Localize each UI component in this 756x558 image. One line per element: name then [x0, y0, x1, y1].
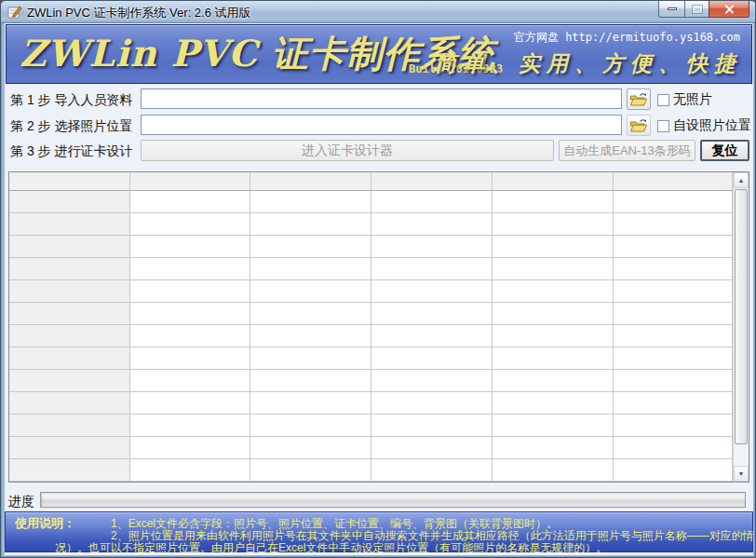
grid-header-cell[interactable]: [250, 172, 371, 191]
grid-row-header-cell[interactable]: [9, 415, 130, 437]
grid-data-cell[interactable]: [250, 258, 371, 280]
grid-data-cell[interactable]: [250, 370, 371, 392]
grid-data-cell[interactable]: [614, 370, 733, 392]
browse-personnel-button[interactable]: [627, 88, 651, 110]
grid-data-cell[interactable]: [493, 258, 614, 280]
grid-data-cell[interactable]: [371, 347, 493, 370]
grid-data-cell[interactable]: [493, 213, 614, 236]
grid-data-cell[interactable]: [371, 437, 493, 459]
grid-data-cell[interactable]: [250, 303, 371, 325]
grid-data-cell[interactable]: [371, 280, 493, 303]
grid-data-cell[interactable]: [614, 459, 733, 482]
grid-corner-cell[interactable]: [9, 172, 130, 191]
grid-data-cell[interactable]: [250, 437, 371, 459]
grid-data-cell[interactable]: [371, 392, 493, 415]
grid-data-cell[interactable]: [614, 347, 733, 370]
grid-header-cell[interactable]: [371, 172, 493, 191]
grid-data-cell[interactable]: [130, 459, 250, 482]
grid-row-header-cell[interactable]: [9, 459, 130, 482]
official-site-link[interactable]: 官方网盘 http://ermituofo.ys168.com: [514, 30, 740, 46]
grid-data-cell[interactable]: [250, 325, 371, 347]
grid-data-cell[interactable]: [371, 370, 493, 392]
close-button[interactable]: [709, 1, 749, 18]
grid-data-cell[interactable]: [493, 191, 614, 213]
grid-data-cell[interactable]: [371, 325, 493, 347]
grid-data-cell[interactable]: [614, 415, 733, 437]
vertical-scrollbar[interactable]: ▲ ▼: [733, 172, 749, 482]
grid-data-cell[interactable]: [493, 392, 614, 415]
reset-button[interactable]: 复位: [700, 140, 749, 161]
grid-data-cell[interactable]: [250, 280, 371, 303]
grid-data-cell[interactable]: [614, 392, 733, 415]
grid-row-header-cell[interactable]: [9, 236, 130, 258]
grid-data-cell[interactable]: [371, 303, 493, 325]
grid-row-header-cell[interactable]: [9, 280, 130, 303]
browse-photo-button[interactable]: [627, 115, 651, 136]
title-bar[interactable]: ZWLin PVC 证卡制作系统 Ver: 2.6 试用版: [1, 1, 756, 23]
grid-row-header-cell[interactable]: [9, 303, 130, 325]
grid-row-header-cell[interactable]: [9, 325, 130, 347]
grid-data-cell[interactable]: [493, 280, 614, 303]
scrollbar-down-button[interactable]: ▼: [734, 466, 749, 482]
grid-data-cell[interactable]: [614, 303, 733, 325]
grid-data-cell[interactable]: [493, 437, 614, 459]
grid-data-cell[interactable]: [250, 415, 371, 437]
grid-row-header-cell[interactable]: [9, 213, 130, 236]
grid-header-cell[interactable]: [130, 172, 250, 191]
grid-data-cell[interactable]: [130, 392, 250, 415]
grid-data-cell[interactable]: [250, 347, 371, 370]
grid-data-cell[interactable]: [371, 459, 493, 482]
grid-row-header-cell[interactable]: [9, 347, 130, 370]
grid-data-cell[interactable]: [130, 280, 250, 303]
grid-data-cell[interactable]: [130, 347, 250, 370]
grid-data-cell[interactable]: [614, 213, 733, 236]
grid-data-cell[interactable]: [130, 303, 250, 325]
grid-data-cell[interactable]: [130, 258, 250, 280]
grid-data-cell[interactable]: [250, 213, 371, 236]
grid-row-header-cell[interactable]: [9, 258, 130, 280]
grid-data-cell[interactable]: [250, 459, 371, 482]
grid-data-cell[interactable]: [493, 415, 614, 437]
grid-data-cell[interactable]: [614, 280, 733, 303]
grid-data-cell[interactable]: [371, 236, 493, 258]
minimize-button[interactable]: [658, 1, 685, 18]
grid-data-cell[interactable]: [614, 325, 733, 347]
personnel-file-input[interactable]: [141, 88, 622, 109]
grid-data-cell[interactable]: [250, 191, 371, 213]
open-designer-button[interactable]: 进入证卡设计器: [141, 140, 554, 161]
scrollbar-up-button[interactable]: ▲: [734, 172, 749, 188]
grid-data-cell[interactable]: [130, 191, 250, 213]
grid-data-cell[interactable]: [130, 325, 250, 347]
grid-data-cell[interactable]: [493, 236, 614, 258]
grid-row-header-cell[interactable]: [9, 392, 130, 415]
grid-header-cell[interactable]: [614, 172, 733, 191]
grid-data-cell[interactable]: [493, 303, 614, 325]
generate-ean13-button[interactable]: 自动生成EAN-13条形码: [559, 140, 695, 161]
grid-data-cell[interactable]: [371, 415, 493, 437]
grid-row-header-cell[interactable]: [9, 370, 130, 392]
grid-data-cell[interactable]: [493, 370, 614, 392]
grid-data-cell[interactable]: [130, 437, 250, 459]
grid-data-cell[interactable]: [371, 191, 493, 213]
grid-data-cell[interactable]: [371, 213, 493, 236]
grid-data-cell[interactable]: [250, 236, 371, 258]
grid-data-cell[interactable]: [614, 437, 733, 459]
scrollbar-thumb[interactable]: [735, 189, 748, 444]
grid-data-cell[interactable]: [130, 415, 250, 437]
grid-data-cell[interactable]: [371, 258, 493, 280]
grid-data-cell[interactable]: [130, 213, 250, 236]
photo-location-input[interactable]: [141, 115, 622, 135]
no-photo-checkbox[interactable]: 无照片: [657, 91, 712, 108]
grid-data-cell[interactable]: [493, 325, 614, 347]
grid-row-header-cell[interactable]: [9, 191, 130, 213]
grid-data-cell[interactable]: [250, 392, 371, 415]
grid-data-cell[interactable]: [614, 258, 733, 280]
grid-data-cell[interactable]: [614, 191, 733, 213]
custom-photo-location-checkbox[interactable]: 自设照片位置: [657, 117, 751, 134]
grid-data-cell[interactable]: [493, 459, 614, 482]
grid-data-cell[interactable]: [130, 370, 250, 392]
grid-data-cell[interactable]: [130, 236, 250, 258]
grid-data-cell[interactable]: [614, 236, 733, 258]
grid-header-cell[interactable]: [493, 172, 614, 191]
grid-data-cell[interactable]: [493, 347, 614, 370]
